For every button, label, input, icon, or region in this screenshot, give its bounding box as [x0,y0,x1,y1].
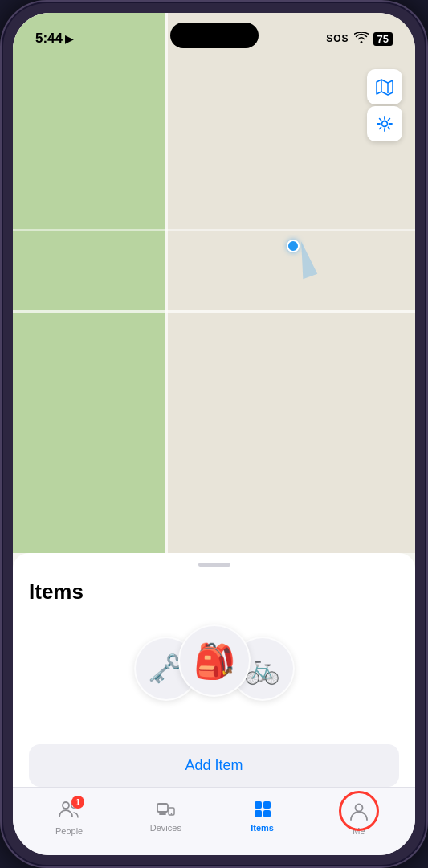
devices-tab-label: Devices [150,823,181,833]
svg-point-1 [63,802,69,809]
phone-screen: 5:44 ▶ SOS 75 [13,13,415,855]
svg-rect-6 [263,801,271,809]
svg-point-9 [355,805,362,812]
location-dot [287,240,300,252]
add-item-button[interactable]: Add Item [29,744,399,787]
people-icon-wrap: 1 [59,799,79,823]
sheet-title: Items [29,579,399,604]
tab-people[interactable]: 1 People [21,796,117,839]
tab-bar: 1 People Devices [13,787,415,855]
map-area[interactable] [13,13,415,553]
dynamic-island [170,23,259,48]
status-right: SOS 75 [326,32,393,46]
tab-items[interactable]: Items [214,796,311,836]
sos-label: SOS [326,33,349,44]
map-green-area [13,13,165,553]
sheet-drag-handle[interactable] [198,563,230,567]
wifi-icon [354,32,369,46]
map-buttons [367,69,402,141]
svg-rect-7 [255,810,262,817]
people-badge: 1 [71,796,84,809]
me-icon-wrap [347,799,371,823]
me-icon [349,800,369,821]
clock: 5:44 [35,31,63,47]
phone-frame: 5:44 ▶ SOS 75 [0,0,428,868]
map-road-vertical-1 [165,13,168,553]
items-cluster: 🗝️ 🎒 🚲 [126,620,303,725]
svg-rect-5 [255,801,262,809]
items-icon [252,799,273,820]
tab-devices[interactable]: Devices [117,796,214,836]
map-road-horizontal-1 [13,310,415,313]
status-time: 5:44 ▶ [35,31,73,47]
battery-icon: 75 [373,32,393,46]
location-center-button[interactable] [367,106,402,141]
backpack-emoji: 🎒 [194,641,235,681]
svg-rect-8 [263,810,271,817]
items-tab-label: Items [251,823,274,833]
item-backpack[interactable]: 🎒 [178,624,251,697]
map-road-horizontal-2 [13,229,415,231]
svg-point-0 [382,121,388,127]
me-tab-label: Me [353,826,365,836]
location-arrow-icon: ▶ [65,33,73,45]
devices-icon [155,799,176,820]
tab-me[interactable]: Me [311,796,407,839]
bottom-sheet: Items 🗝️ 🎒 🚲 Add Item [13,553,415,787]
map-view-button[interactable] [367,69,402,104]
svg-rect-3 [157,804,168,812]
people-tab-label: People [55,826,83,836]
